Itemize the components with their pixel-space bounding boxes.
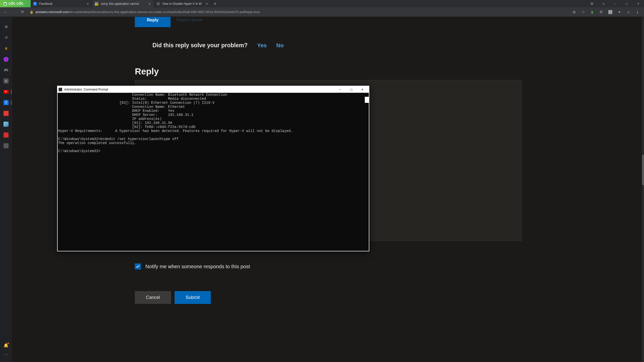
cmd-minimize-button[interactable]: ─	[335, 87, 346, 92]
app-icon-4[interactable]	[3, 143, 9, 149]
url-path: /en-us/windows/forum/all/sorry-this-appl…	[69, 10, 260, 14]
cmd-output[interactable]: Connection Name: Bluetooth Network Conne…	[58, 93, 369, 251]
logo-icon: ⬤	[4, 2, 7, 6]
facebook-icon: f	[33, 2, 37, 6]
cancel-button[interactable]: Cancel	[135, 291, 171, 304]
crown-icon[interactable]: ♛	[3, 46, 9, 52]
reload-button[interactable]: ⟳	[20, 9, 25, 15]
close-icon[interactable]: ×	[148, 2, 151, 6]
shield-icon[interactable]: ⛨	[599, 10, 604, 15]
cmd-maximize-button[interactable]: ▢	[346, 87, 357, 92]
feedback-question: Did this reply solve your problem?	[152, 42, 248, 49]
report-abuse-link[interactable]: Report abuse	[177, 17, 202, 22]
tab-strip: f Facebook × sorry, this application can…	[31, 0, 586, 7]
facebook-panel-icon[interactable]: f	[3, 100, 9, 106]
microsoft-icon	[95, 2, 98, 6]
new-tab-button[interactable]: +	[211, 0, 219, 7]
app-icon-3[interactable]	[3, 132, 9, 138]
cmd-title-text: Administrator: Command Prompt	[64, 88, 333, 91]
url-host: answers.microsoft.com	[35, 10, 69, 14]
toolbar-icons: ⊕ ☆ ◗ ⛨ ↓ ✦ ☺ ⤓	[572, 10, 641, 15]
forward-button[interactable]: →	[11, 9, 17, 15]
app-icon-2[interactable]	[3, 121, 9, 127]
bookmark-icon[interactable]: ☆	[581, 10, 586, 15]
bell-icon[interactable]: 🔔	[4, 343, 9, 348]
maximize-button[interactable]: ▢	[621, 0, 632, 7]
cmd-scrollbar[interactable]	[365, 93, 369, 251]
command-prompt-window[interactable]: Administrator: Command Prompt ─ ▢ ✕ Conn…	[57, 86, 369, 251]
tab-title: How to Disable Hyper-V in W	[163, 2, 203, 6]
feedback-no-link[interactable]: No	[276, 42, 284, 49]
vertical-scrollbar[interactable]	[642, 17, 644, 362]
messenger-icon[interactable]	[3, 56, 9, 62]
tab-hyperv-guide[interactable]: How to Disable Hyper-V in W ×	[154, 0, 211, 7]
cmd-icon	[59, 88, 62, 91]
add-panel-button[interactable]: +	[3, 78, 9, 84]
app-icon-1[interactable]	[3, 110, 9, 116]
profile-icon[interactable]: ☺	[626, 10, 631, 15]
reply-heading: Reply	[135, 59, 522, 80]
extensions-icon[interactable]: ✦	[617, 10, 622, 15]
left-sidebar: ⚙ ↺ ♛ 🎮 + f 🔔 ⋯	[0, 17, 12, 362]
tab-title: Facebook	[39, 2, 84, 6]
cmd-scrollbar-thumb[interactable]	[365, 97, 369, 103]
feedback-yes-link[interactable]: Yes	[257, 42, 267, 49]
window-controls: ⧉ ⤡ ─ ▢ ✕	[586, 0, 644, 7]
check-icon	[136, 264, 140, 269]
close-icon[interactable]: ×	[86, 2, 90, 6]
cmd-close-button[interactable]: ✕	[357, 87, 368, 92]
close-icon[interactable]: ×	[205, 2, 209, 6]
youtube-icon[interactable]	[3, 89, 9, 95]
back-button[interactable]: ←	[3, 9, 8, 15]
reply-button[interactable]: Reply	[135, 17, 171, 27]
browser-logo[interactable]: ⬤ CỐC CỐC	[0, 0, 31, 7]
close-window-button[interactable]: ✕	[632, 0, 644, 7]
logo-text: CỐC CỐC	[9, 2, 24, 6]
tab-title: sorry, this application cannot	[101, 2, 145, 6]
dark-mode-icon[interactable]: ◗	[590, 10, 595, 15]
browser-titlebar: ⬤ CỐC CỐC f Facebook × sorry, this appli…	[0, 0, 644, 7]
translate-icon[interactable]: ⊕	[572, 10, 577, 15]
cmd-text: Connection Name: Bluetooth Network Conne…	[58, 93, 293, 153]
history-icon[interactable]: ↺	[3, 35, 9, 41]
gamepad-icon[interactable]: 🎮	[3, 67, 9, 73]
downloads-icon[interactable]: ↓	[608, 10, 613, 15]
site-icon	[156, 2, 160, 6]
restore-down-icon[interactable]: ⤡	[598, 0, 609, 7]
notify-checkbox[interactable]	[135, 263, 141, 269]
gear-icon[interactable]: ⚙	[3, 24, 9, 30]
address-bar: ← → ⟳ 🔒 answers.microsoft.com/en-us/wind…	[0, 7, 644, 17]
submit-button[interactable]: Submit	[175, 291, 211, 304]
url-input[interactable]: 🔒 answers.microsoft.com/en-us/windows/fo…	[28, 10, 569, 14]
download-arrow-icon[interactable]: ⤓	[635, 10, 640, 15]
cmd-titlebar[interactable]: Administrator: Command Prompt ─ ▢ ✕	[58, 86, 369, 93]
more-icon[interactable]: ⋯	[4, 352, 8, 357]
notify-label: Notify me when someone responds to this …	[145, 264, 250, 269]
cast-icon[interactable]: ⧉	[586, 0, 598, 7]
tab-ms-answers[interactable]: sorry, this application cannot ×	[92, 0, 154, 7]
scrollbar-thumb[interactable]	[642, 155, 644, 185]
lock-icon: 🔒	[30, 10, 33, 14]
minimize-button[interactable]: ─	[609, 0, 621, 7]
tab-facebook[interactable]: f Facebook ×	[31, 0, 92, 7]
